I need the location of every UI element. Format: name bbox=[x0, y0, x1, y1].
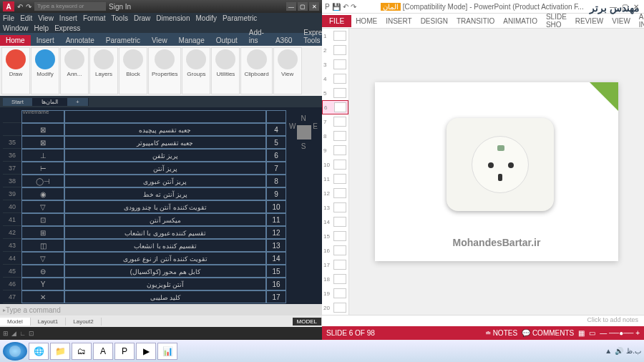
doc-tab[interactable]: Start bbox=[3, 98, 33, 106]
slide-thumbnail[interactable]: 18 bbox=[322, 272, 348, 286]
menu-item[interactable]: Draw bbox=[134, 14, 150, 22]
redo-icon[interactable]: ↷ bbox=[26, 3, 31, 11]
slide-thumbnail[interactable]: 3 bbox=[322, 57, 348, 72]
status-icon[interactable]: ⊡ bbox=[29, 330, 34, 337]
tray-icon[interactable]: 🔊 bbox=[615, 347, 623, 355]
slide-thumbnail[interactable]: 19 bbox=[322, 286, 348, 300]
clock[interactable]: ب.ظ bbox=[626, 347, 641, 355]
ppt-tab[interactable]: DESIGN bbox=[416, 15, 452, 27]
redo-icon[interactable]: ↷ bbox=[351, 3, 356, 11]
ribbon-panel[interactable]: Draw bbox=[1, 47, 30, 94]
ribbon-tab[interactable]: Insert bbox=[31, 35, 60, 46]
slide-thumbnail[interactable]: 7 bbox=[322, 114, 348, 129]
menu-item[interactable]: Edit bbox=[20, 14, 32, 22]
view-cube[interactable]: N WE S bbox=[289, 114, 318, 157]
menu-item[interactable]: Format bbox=[83, 14, 106, 22]
minimize-button[interactable]: — bbox=[286, 2, 296, 11]
undo-icon[interactable]: ↶ bbox=[343, 3, 348, 11]
ribbon-panel[interactable]: Modify bbox=[31, 47, 59, 94]
ribbon-tab[interactable]: Add-ins bbox=[243, 27, 270, 46]
taskbar-app[interactable]: P bbox=[114, 343, 135, 360]
slide[interactable]: MohandesBartar.ir bbox=[375, 82, 618, 261]
status-icon[interactable]: ◢ bbox=[11, 330, 16, 337]
slide-thumbnail[interactable]: 17 bbox=[322, 258, 348, 272]
notes-button[interactable]: ≐ NOTES bbox=[485, 329, 517, 337]
ribbon-panel[interactable]: Block bbox=[119, 47, 147, 94]
zoom-slider[interactable]: — ──●── + bbox=[600, 329, 640, 337]
slide-thumbnail[interactable]: 6 bbox=[322, 100, 348, 114]
slide-thumbnail[interactable]: 14 bbox=[322, 215, 348, 229]
autocad-canvas[interactable]: Top 2D Wireframe 35363738394041424344454… bbox=[0, 107, 322, 304]
ribbon-tab[interactable]: Parametric bbox=[100, 35, 146, 46]
ppt-tab[interactable]: REVIEW bbox=[571, 15, 608, 27]
slide-thumbnail[interactable]: 20 bbox=[322, 300, 348, 315]
close-button[interactable]: ✕ bbox=[309, 2, 319, 11]
taskbar-app[interactable]: 📁 bbox=[50, 343, 70, 360]
ribbon-panel[interactable]: Utilities bbox=[211, 47, 240, 94]
undo-icon[interactable]: ↶ bbox=[17, 3, 23, 11]
slide-thumbnail[interactable]: 5 bbox=[322, 86, 348, 100]
ppt-tab[interactable]: VIEW bbox=[608, 15, 635, 27]
menu-item[interactable]: Modify bbox=[196, 14, 217, 22]
layout-tab[interactable]: Layout1 bbox=[31, 318, 66, 326]
slide-thumbnail[interactable]: 8 bbox=[322, 129, 348, 143]
view-slideshow-icon[interactable]: ▭ bbox=[589, 329, 595, 337]
ppt-tab[interactable]: TRANSITIO bbox=[452, 15, 499, 27]
menu-item[interactable]: File bbox=[3, 14, 14, 22]
save-icon[interactable]: 💾 bbox=[332, 3, 341, 11]
layout-tab[interactable]: Layout2 bbox=[66, 318, 101, 326]
layout-tab[interactable]: Model bbox=[0, 318, 31, 326]
slide-thumbnail[interactable]: 16 bbox=[322, 243, 348, 258]
view-normal-icon[interactable]: ▦ bbox=[578, 329, 585, 337]
ppt-tab[interactable]: ANIMATIO bbox=[499, 15, 542, 27]
status-icon[interactable]: ∟ bbox=[19, 330, 26, 337]
ribbon-panel[interactable]: View bbox=[273, 47, 302, 94]
menu-item[interactable]: Insert bbox=[59, 14, 77, 22]
ribbon-panel[interactable]: Clipboard bbox=[240, 47, 272, 94]
menu-item[interactable]: Dimension bbox=[156, 14, 190, 22]
comments-button[interactable]: 💬 COMMENTS bbox=[522, 329, 574, 337]
command-line[interactable]: ▸ Type a command bbox=[0, 304, 322, 315]
ribbon-panel[interactable]: Properties bbox=[148, 47, 181, 94]
maximize-button[interactable]: ▢ bbox=[298, 2, 308, 11]
slide-thumbnail[interactable]: 2 bbox=[322, 43, 348, 57]
slide-thumbnail[interactable]: 1 bbox=[322, 29, 348, 43]
ppt-tab[interactable]: INSERT bbox=[381, 15, 416, 27]
menu-item[interactable]: Express bbox=[54, 24, 80, 32]
ribbon-panel[interactable]: Groups bbox=[182, 47, 210, 94]
menu-item[interactable]: Tools bbox=[112, 14, 128, 22]
signin-link[interactable]: Sign In bbox=[109, 3, 131, 11]
start-button[interactable] bbox=[3, 342, 27, 361]
slide-thumbnail[interactable]: 12 bbox=[322, 186, 348, 200]
taskbar-app[interactable]: 🌐 bbox=[29, 343, 49, 360]
notes-pane[interactable]: Click to add notes bbox=[322, 315, 644, 326]
menu-item[interactable]: Help bbox=[34, 24, 49, 32]
ribbon-tab[interactable]: Annotate bbox=[60, 35, 100, 46]
ppt-tab[interactable]: FILE bbox=[322, 15, 351, 27]
taskbar-app[interactable]: ▶ bbox=[136, 343, 156, 360]
autocad-search-input[interactable]: Type a keyword or phrase bbox=[34, 2, 106, 11]
ribbon-panel[interactable]: Layers bbox=[89, 47, 118, 94]
ribbon-panel[interactable]: Ann... bbox=[60, 47, 89, 94]
taskbar-app[interactable]: 🗂 bbox=[72, 343, 92, 360]
menu-item[interactable]: Window bbox=[3, 24, 29, 32]
taskbar-app[interactable]: 📊 bbox=[157, 343, 177, 360]
slide-thumbnail[interactable]: 4 bbox=[322, 72, 348, 86]
slide-thumbnail[interactable]: 13 bbox=[322, 200, 348, 215]
status-icon[interactable]: ⊞ bbox=[3, 330, 9, 337]
slide-thumbnail[interactable]: 9 bbox=[322, 143, 348, 157]
ribbon-tab[interactable]: View bbox=[146, 35, 173, 46]
menu-item[interactable]: Parametric bbox=[223, 14, 257, 22]
slide-thumbnail[interactable]: 15 bbox=[322, 229, 348, 243]
system-tray[interactable]: ▲ 🔊 ب.ظ bbox=[605, 347, 641, 355]
slide-thumbnail[interactable]: 11 bbox=[322, 172, 348, 186]
menu-item[interactable]: View bbox=[38, 14, 54, 22]
slide-thumbnail[interactable]: 10 bbox=[322, 157, 348, 172]
taskbar-app[interactable]: A bbox=[93, 343, 113, 360]
ppt-tab[interactable]: HOME bbox=[351, 15, 381, 27]
ribbon-tab[interactable]: Manage bbox=[173, 35, 210, 46]
ribbon-tab[interactable]: Home bbox=[0, 35, 31, 46]
ribbon-tab[interactable]: Output bbox=[210, 35, 243, 46]
new-tab-button[interactable]: + bbox=[67, 98, 89, 106]
doc-tab[interactable]: المان‌ها bbox=[33, 98, 67, 106]
